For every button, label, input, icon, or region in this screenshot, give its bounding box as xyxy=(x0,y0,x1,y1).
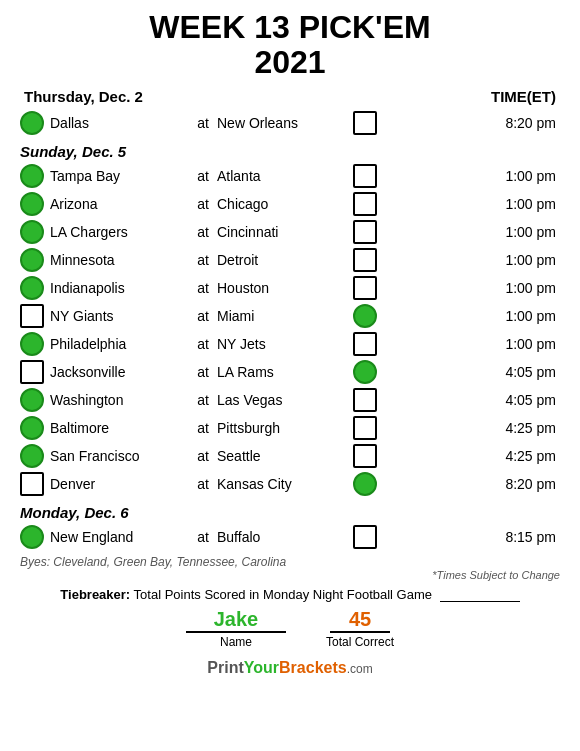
game-time: 4:05 pm xyxy=(383,392,560,408)
away-pick-circle[interactable] xyxy=(353,304,377,328)
game-row: Dallas at New Orleans 8:20 pm xyxy=(20,109,560,137)
game-row: New England at Buffalo 8:15 pm xyxy=(20,523,560,551)
game-time: 8:15 pm xyxy=(383,529,560,545)
away-team: Cincinnati xyxy=(217,224,347,240)
away-team: Buffalo xyxy=(217,529,347,545)
home-pick-circle[interactable] xyxy=(20,525,44,549)
home-team: Denver xyxy=(44,476,189,492)
home-team: Indianapolis xyxy=(44,280,189,296)
away-team: New Orleans xyxy=(217,115,347,131)
times-note: *Times Subject to Change xyxy=(20,569,560,581)
away-pick-square[interactable] xyxy=(353,111,377,135)
away-team: Kansas City xyxy=(217,476,347,492)
total-correct-field: 45 Total Correct xyxy=(326,608,394,649)
away-pick-square[interactable] xyxy=(353,276,377,300)
home-team: San Francisco xyxy=(44,448,189,464)
name-label: Name xyxy=(220,635,252,649)
away-team: Detroit xyxy=(217,252,347,268)
tiebreaker-description: Total Points Scored in Monday Night Foot… xyxy=(134,587,432,602)
home-pick-circle[interactable] xyxy=(20,192,44,216)
total-correct-label: Total Correct xyxy=(326,635,394,649)
home-team: Jacksonville xyxy=(44,364,189,380)
home-pick-circle[interactable] xyxy=(20,332,44,356)
section-thursday-label: Thursday, Dec. 2 xyxy=(24,88,143,105)
home-team: New England xyxy=(44,529,189,545)
home-pick-circle[interactable] xyxy=(20,220,44,244)
away-team: Houston xyxy=(217,280,347,296)
home-team: Baltimore xyxy=(44,420,189,436)
away-pick-square[interactable] xyxy=(353,388,377,412)
game-time: 1:00 pm xyxy=(383,196,560,212)
home-team: LA Chargers xyxy=(44,224,189,240)
tiebreaker-row: Tiebreaker: Total Points Scored in Monda… xyxy=(20,587,560,602)
away-team: Atlanta xyxy=(217,168,347,184)
game-row: Baltimore at Pittsburgh 4:25 pm xyxy=(20,414,560,442)
game-time: 4:25 pm xyxy=(383,448,560,464)
home-pick-circle[interactable] xyxy=(20,111,44,135)
game-row: Jacksonville at LA Rams 4:05 pm xyxy=(20,358,560,386)
away-pick-square[interactable] xyxy=(353,416,377,440)
footer-brackets[interactable]: Brackets xyxy=(279,659,347,676)
away-pick-square[interactable] xyxy=(353,525,377,549)
home-team: Arizona xyxy=(44,196,189,212)
away-pick-square[interactable] xyxy=(353,192,377,216)
game-row: LA Chargers at Cincinnati 1:00 pm xyxy=(20,218,560,246)
home-pick-circle[interactable] xyxy=(20,164,44,188)
footer: PrintYourBrackets.com xyxy=(20,659,560,677)
home-pick-square[interactable] xyxy=(20,472,44,496)
section-sunday-label: Sunday, Dec. 5 xyxy=(20,143,560,160)
name-value[interactable]: Jake xyxy=(186,608,286,633)
home-pick-circle[interactable] xyxy=(20,388,44,412)
game-row: Denver at Kansas City 8:20 pm xyxy=(20,470,560,498)
game-row: Washington at Las Vegas 4:05 pm xyxy=(20,386,560,414)
footer-your[interactable]: Your xyxy=(244,659,279,676)
away-team: Seattle xyxy=(217,448,347,464)
home-team: Dallas xyxy=(44,115,189,131)
away-pick-square[interactable] xyxy=(353,164,377,188)
game-time: 4:05 pm xyxy=(383,364,560,380)
away-team: Miami xyxy=(217,308,347,324)
time-header-label: TIME(ET) xyxy=(491,88,556,105)
away-team: Chicago xyxy=(217,196,347,212)
away-team: LA Rams xyxy=(217,364,347,380)
game-row: Indianapolis at Houston 1:00 pm xyxy=(20,274,560,302)
home-team: NY Giants xyxy=(44,308,189,324)
game-time: 1:00 pm xyxy=(383,280,560,296)
away-pick-square[interactable] xyxy=(353,220,377,244)
game-row: Minnesota at Detroit 1:00 pm xyxy=(20,246,560,274)
home-pick-circle[interactable] xyxy=(20,248,44,272)
away-pick-circle[interactable] xyxy=(353,360,377,384)
name-row: Jake Name 45 Total Correct xyxy=(20,608,560,649)
game-time: 1:00 pm xyxy=(383,252,560,268)
game-time: 1:00 pm xyxy=(383,336,560,352)
home-pick-circle[interactable] xyxy=(20,276,44,300)
game-time: 1:00 pm xyxy=(383,308,560,324)
home-pick-circle[interactable] xyxy=(20,444,44,468)
away-pick-circle[interactable] xyxy=(353,472,377,496)
game-row: San Francisco at Seattle 4:25 pm xyxy=(20,442,560,470)
game-row: Arizona at Chicago 1:00 pm xyxy=(20,190,560,218)
name-field: Jake Name xyxy=(186,608,286,649)
home-pick-square[interactable] xyxy=(20,360,44,384)
away-pick-square[interactable] xyxy=(353,444,377,468)
at-separator: at xyxy=(189,115,217,131)
home-pick-circle[interactable] xyxy=(20,416,44,440)
game-time: 1:00 pm xyxy=(383,168,560,184)
away-team: Las Vegas xyxy=(217,392,347,408)
away-pick-square[interactable] xyxy=(353,248,377,272)
page-title: WEEK 13 PICK'EM 2021 xyxy=(20,10,560,80)
away-team: Pittsburgh xyxy=(217,420,347,436)
away-pick-square[interactable] xyxy=(353,332,377,356)
game-row: Tampa Bay at Atlanta 1:00 pm xyxy=(20,162,560,190)
home-team: Philadelphia xyxy=(44,336,189,352)
game-time: 8:20 pm xyxy=(383,115,560,131)
home-team: Tampa Bay xyxy=(44,168,189,184)
footer-print[interactable]: Print xyxy=(207,659,243,676)
game-row: NY Giants at Miami 1:00 pm xyxy=(20,302,560,330)
game-row: Philadelphia at NY Jets 1:00 pm xyxy=(20,330,560,358)
byes-text: Byes: Cleveland, Green Bay, Tennessee, C… xyxy=(20,555,560,569)
game-time: 8:20 pm xyxy=(383,476,560,492)
home-pick-square[interactable] xyxy=(20,304,44,328)
home-team: Washington xyxy=(44,392,189,408)
footer-dotcom: .com xyxy=(347,662,373,676)
